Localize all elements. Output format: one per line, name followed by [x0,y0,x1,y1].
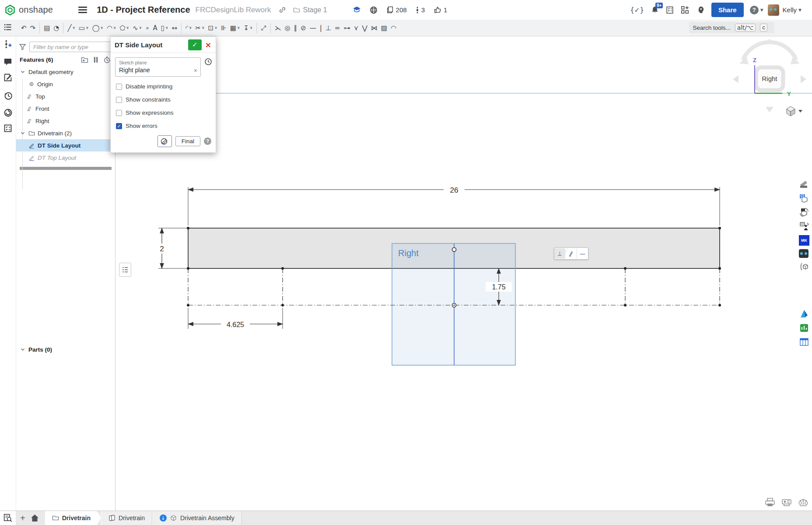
constraint-concentric[interactable]: ◎ [283,22,292,34]
create-version-icon[interactable] [4,39,12,49]
constraint-coincident[interactable]: ⋋ [273,22,283,34]
clear-selection-icon[interactable]: × [194,68,197,73]
main-menu-icon[interactable] [78,5,87,14]
tab-drivetrain-folder[interactable]: Drivetrain [45,511,101,525]
learning-center-button[interactable] [696,6,704,14]
tool-undo[interactable]: ↶ [19,22,28,34]
notes-icon[interactable] [4,73,12,82]
tool-rectangle[interactable]: ▭∨ [77,22,91,34]
isometric-cube-button[interactable] [787,106,802,116]
pan-right-arrow[interactable] [801,75,806,83]
help-caret-icon[interactable]: ▼ [760,8,763,12]
constraint-equal[interactable]: = [333,22,342,34]
app-kite-icon[interactable] [799,309,809,319]
dim-width-label[interactable]: 26 [450,186,458,194]
dim-center-label[interactable]: 1.75 [492,283,505,291]
constraint-pierce[interactable]: ⋁ [360,22,369,34]
app-person-cube-icon[interactable] [799,221,809,232]
tool-fillet[interactable]: ◜∨ [184,22,193,34]
context-perpendicular-button[interactable]: ⊥ [554,248,565,259]
feature-row-origin[interactable]: Origin [16,78,115,90]
update-available-icon[interactable]: ↓ [160,514,167,521]
edu-badge[interactable] [353,6,361,14]
rollback-bar[interactable] [20,167,112,170]
tool-pattern[interactable]: ▦∨ [228,22,242,34]
checkbox-box[interactable]: ✓ [116,123,122,129]
history-icon[interactable] [4,91,13,100]
tool-line[interactable]: ╱∨ [66,22,77,34]
scale-icon[interactable] [798,498,808,507]
tool-arc[interactable]: ◠∨ [105,22,118,34]
final-button[interactable]: Final [175,136,200,146]
tool-point[interactable]: ∘ [144,22,151,34]
tool-circle[interactable]: ◯∨ [91,22,105,34]
tool-use-project[interactable]: ⊡∨ [206,22,219,34]
view-cube[interactable]: Right Z Y [733,39,806,116]
search-tools-button[interactable]: Search tools... alt/⌥ c [689,22,774,33]
tool-mirror[interactable]: ⊪ [219,22,228,34]
tool-spline[interactable]: ∿∨ [131,22,144,34]
tab-drivetrain-assembly[interactable]: ↓ Drivetrain Assembly [152,511,242,525]
tab-drivetrain-partstudio[interactable]: Drivetrain [101,511,152,525]
sketch-plane-field[interactable]: Sketch plane Right plane × [115,57,201,77]
feature-row-dt-side-layout[interactable]: DT Side Layout [16,139,115,152]
accept-button[interactable]: ✓ [188,39,202,50]
feature-filter-input[interactable] [29,42,112,52]
user-menu-caret-icon[interactable]: ▼ [798,8,802,12]
tool-sketch[interactable]: ◔ [52,22,61,34]
comments-icon[interactable] [4,58,12,66]
app-bracket-cube-icon[interactable] [799,261,809,272]
constraint-perpendicular[interactable]: ⊥ [324,22,333,34]
feature-row-right-plane[interactable]: Right [16,115,115,127]
release-tasks-button[interactable] [666,6,674,14]
custom-tables-icon[interactable] [4,124,12,133]
app-green-chart-icon[interactable] [799,323,809,333]
chevron-down-icon[interactable] [20,130,26,136]
context-parallel-button[interactable]: ∥ [564,246,578,261]
share-button[interactable]: Share [711,3,744,17]
graphics-area[interactable]: Right 26 2 4.625 [116,36,812,511]
chevron-down-icon[interactable] [20,346,26,352]
featurescript-check-icon[interactable]: {✓} [630,6,644,14]
feature-row-drivetrain-folder[interactable]: Drivetrain (2) [16,127,115,139]
checkbox-show-constraints[interactable]: Show constraints [116,96,210,103]
tool-slot[interactable]: ▯∨ [159,22,170,34]
app-table-columns-icon[interactable] [799,337,809,347]
constraint-midpoint[interactable]: ⊶ [342,22,352,34]
parts-section-header[interactable]: Parts (0) [16,344,115,355]
versions-graph-icon[interactable] [4,108,13,117]
sketch-canvas[interactable]: Right 26 2 4.625 [116,36,812,511]
tool-redo[interactable]: ↷ [28,22,38,34]
suppress-columns-icon[interactable] [93,56,98,63]
public-indicator[interactable] [370,6,378,14]
likes-counter[interactable]: 1 [434,6,447,14]
feature-row-front-plane[interactable]: Front [16,102,115,115]
add-tab-button[interactable]: + [20,513,25,523]
new-folder-icon[interactable] [81,56,88,63]
checkbox-box[interactable] [116,97,122,103]
tool-text[interactable]: A [151,22,159,34]
feature-row-default-geometry[interactable]: Default geometry [16,66,115,78]
tab-search-button[interactable] [0,511,16,525]
tool-polygon[interactable]: ⬠∨ [118,22,131,34]
app-robot-icon[interactable] [799,249,808,258]
feature-row-dt-top-layout[interactable]: DT Top Layout [16,152,115,164]
constraint-fix[interactable]: ▨ [379,22,389,34]
pan-down-arrow[interactable] [766,107,774,113]
app-measure-icon[interactable] [799,179,809,190]
copies-counter[interactable]: 208 [386,6,407,14]
checkbox-box[interactable] [116,84,122,90]
cancel-button[interactable]: × [205,40,212,49]
deterministic-time-icon[interactable] [204,58,212,66]
context-horizontal-button[interactable]: — [577,248,588,259]
tab-manager-home-button[interactable] [31,514,39,522]
checkbox-box[interactable] [116,110,122,116]
versions-counter[interactable]: 3 [416,6,425,14]
app-cube-sync-icon[interactable] [799,207,809,218]
help-button[interactable]: ? [750,6,759,14]
tool-trim[interactable]: ✂∨ [193,22,206,34]
plotter-icon[interactable] [781,498,792,507]
tool-extrude[interactable]: ▤ [42,22,52,34]
constraint-symmetric[interactable]: ⋈ [369,22,379,34]
free-point-top[interactable] [452,248,456,252]
